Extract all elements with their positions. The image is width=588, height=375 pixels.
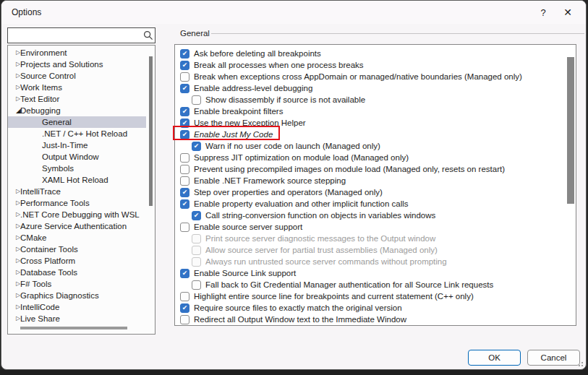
unchecked-checkbox-icon[interactable] [180,223,189,232]
option-use-the-new-exception-helper[interactable]: Use the new Exception Helper [175,117,566,129]
tree-vertical-scrollbar-thumb[interactable] [149,56,153,206]
collapse-icon[interactable]: ◢ [8,105,19,116]
option-suppress-jit-optimization-on-module-load-managed-only[interactable]: Suppress JIT optimization on module load… [175,152,566,163]
group-divider [211,33,584,34]
ok-button[interactable]: OK [468,350,521,366]
expand-icon[interactable]: ▷ [8,186,19,197]
expand-icon[interactable]: ▷ [8,301,19,313]
option-ask-before-deleting-all-breakpoints[interactable]: Ask before deleting all breakpoints [175,48,566,59]
option-enable-source-link-support[interactable]: Enable Source Link support [175,267,566,279]
tree-item-database-tools[interactable]: ▷Database Tools [8,267,146,278]
tree-item-projects-and-solutions[interactable]: ▷Projects and Solutions [8,59,146,70]
tree-item-general[interactable]: General [8,116,146,128]
tree-item-work-items[interactable]: ▷Work Items [8,82,146,93]
option-prevent-using-precompiled-images-on-module-load-managed-only-resets-on-restart[interactable]: Prevent using precompiled images on modu… [175,163,566,175]
checked-checkbox-icon[interactable] [180,61,189,70]
option-call-string-conversion-function-on-objects-in-variables-windows[interactable]: Call string-conversion function on objec… [175,210,566,221]
tree-item-text-editor[interactable]: ▷Text Editor [8,93,146,105]
expand-icon[interactable]: ▷ [8,243,19,255]
checked-checkbox-icon[interactable] [180,303,189,313]
checked-checkbox-icon[interactable] [180,49,189,59]
unchecked-checkbox-icon[interactable] [180,72,189,82]
option-enable-source-server-support[interactable]: Enable source server support [175,221,566,233]
resize-grip[interactable] [576,359,583,366]
expand-icon[interactable]: ▷ [8,70,19,82]
option-enable-property-evaluation-and-other-implicit-function-calls[interactable]: Enable property evaluation and other imp… [175,198,566,210]
option-always-run-untrusted-source-server-commands-without-prompting[interactable]: Always run untrusted source server comma… [175,256,566,267]
cancel-button[interactable]: Cancel [527,350,580,366]
tree-item-cmake[interactable]: ▷CMake [8,232,146,243]
option-enable-breakpoint-filters[interactable]: Enable breakpoint filters [175,105,566,117]
expand-icon[interactable]: ▷ [8,59,19,70]
checked-checkbox-icon[interactable] [180,269,189,278]
tree-item-net-c-hot-reload[interactable]: .NET / C++ Hot Reload [8,128,146,139]
tree-item-xaml-hot-reload[interactable]: XAML Hot Reload [8,174,146,186]
option-step-over-properties-and-operators-managed-only[interactable]: Step over properties and operators (Mana… [175,186,566,198]
option-enable-address-level-debugging[interactable]: Enable address-level debugging [175,82,566,94]
option-allow-source-server-for-partial-trust-assemblies-managed-only[interactable]: Allow source server for partial trust as… [175,244,566,256]
checked-checkbox-icon[interactable] [180,130,189,139]
expand-icon[interactable]: ▷ [8,197,19,209]
tree-item-intellitrace[interactable]: ▷IntelliTrace [8,186,146,197]
expand-icon[interactable]: ▷ [8,255,19,267]
expand-icon[interactable]: ▷ [8,290,19,301]
tree-item-container-tools[interactable]: ▷Container Tools [8,243,146,255]
option-require-source-files-to-exactly-match-the-original-version[interactable]: Require source files to exactly match th… [175,302,566,314]
expand-icon[interactable]: ▷ [8,267,19,278]
tree-item-cross-platform[interactable]: ▷Cross Platform [8,255,146,267]
expand-icon[interactable]: ▷ [8,232,19,243]
option-show-raw-structure-of-objects-in-variables-windows[interactable]: Show raw structure of objects in variabl… [175,325,566,326]
unchecked-checkbox-icon[interactable] [180,176,189,186]
checked-checkbox-icon[interactable] [180,107,189,116]
option-break-all-processes-when-one-process-breaks[interactable]: Break all processes when one process bre… [175,59,566,71]
option-redirect-all-output-window-text-to-the-immediate-window[interactable]: Redirect all Output Window text to the I… [175,314,566,325]
expand-icon[interactable]: ▷ [8,93,19,105]
tree-item-net-core-debugging-with-wsl[interactable]: ▷.NET Core Debugging with WSL [8,209,146,220]
unchecked-checkbox-icon[interactable] [180,315,189,324]
option-show-disassembly-if-source-is-not-available[interactable]: Show disassembly if source is not availa… [175,94,566,105]
tree-item-intellicode[interactable]: ▷IntelliCode [8,301,146,313]
checked-checkbox-icon[interactable] [180,84,189,93]
unchecked-checkbox-icon[interactable] [192,95,201,105]
unchecked-checkbox-icon[interactable] [180,292,189,301]
tree-item-just-in-time[interactable]: Just-In-Time [8,139,146,151]
tree-horizontal-scrollbar-thumb[interactable] [20,327,127,329]
tree-item-output-window[interactable]: Output Window [8,151,146,163]
checked-checkbox-icon[interactable] [192,142,201,151]
expand-icon[interactable]: ▷ [8,313,19,324]
tree-item-environment[interactable]: ▷Environment [8,47,146,59]
option-print-source-server-diagnostic-messages-to-the-output-window[interactable]: Print source server diagnostic messages … [175,233,566,244]
expand-icon[interactable]: ▷ [8,209,19,220]
option-highlight-entire-source-line-for-breakpoints-and-current-statement-c-only[interactable]: Highlight entire source line for breakpo… [175,290,566,302]
options-vertical-scrollbar-thumb[interactable] [567,57,574,204]
tree-item-f-tools[interactable]: ▷F# Tools [8,278,146,290]
tree-item-source-control[interactable]: ▷Source Control [8,70,146,82]
option-warn-if-no-user-code-on-launch-managed-only[interactable]: Warn if no user code on launch (Managed … [175,140,566,152]
tree-item-azure-service-authentication[interactable]: ▷Azure Service Authentication [8,220,146,232]
tree-item-live-share[interactable]: ▷Live Share [8,313,146,324]
option-fall-back-to-git-credential-manager-authentication-for-all-source-link-requests[interactable]: Fall back to Git Credential Manager auth… [175,279,566,290]
checked-checkbox-icon[interactable] [192,211,201,220]
help-icon[interactable]: ? [531,2,555,22]
checked-checkbox-icon[interactable] [180,118,189,128]
tree-item-performance-tools[interactable]: ▷Performance Tools [8,197,146,209]
expand-icon[interactable]: ▷ [8,220,19,232]
close-icon[interactable]: ✕ [555,2,580,22]
unchecked-checkbox-icon[interactable] [180,153,189,163]
tree-item-label: Live Share [19,314,60,323]
tree-item-symbols[interactable]: Symbols [8,163,146,174]
unchecked-checkbox-icon[interactable] [180,165,189,174]
expand-icon[interactable]: ▷ [8,82,19,93]
search-input[interactable] [8,29,142,42]
checked-checkbox-icon[interactable] [180,199,189,209]
unchecked-checkbox-icon[interactable] [192,280,201,290]
tree-item-debugging[interactable]: ◢Debugging [8,105,146,116]
option-enable-just-my-code[interactable]: Enable Just My Code [175,129,566,140]
expand-icon[interactable]: ▷ [8,278,19,290]
checked-checkbox-icon[interactable] [180,188,189,197]
expand-icon[interactable]: ▷ [8,47,19,59]
option-break-when-exceptions-cross-appdomain-or-managed-native-boundaries-managed-only[interactable]: Break when exceptions cross AppDomain or… [175,71,566,82]
option-enable-net-framework-source-stepping[interactable]: Enable .NET Framework source stepping [175,175,566,186]
search-icon[interactable] [142,30,155,40]
tree-item-graphics-diagnostics[interactable]: ▷Graphics Diagnostics [8,290,146,301]
